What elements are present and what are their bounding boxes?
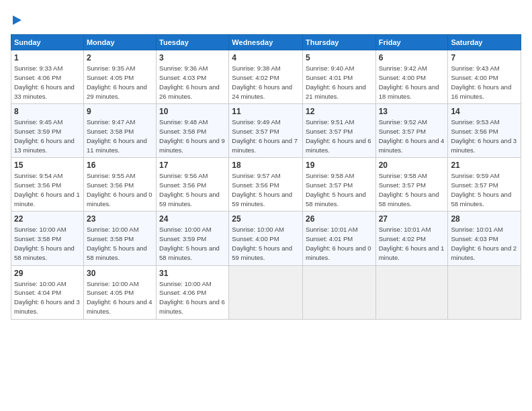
day-number: 27 <box>379 214 445 224</box>
day-info: Sunrise: 10:00 AM Sunset: 4:04 PM Daylig… <box>14 279 81 316</box>
day-info: Sunrise: 10:00 AM Sunset: 4:00 PM Daylig… <box>232 225 300 262</box>
page-container: Sunday Monday Tuesday Wednesday Thursday… <box>0 0 532 325</box>
day-info: Sunrise: 9:51 AM Sunset: 3:57 PM Dayligh… <box>306 118 373 154</box>
week-row-2: 8Sunrise: 9:45 AM Sunset: 3:59 PM Daylig… <box>11 104 521 158</box>
day-cell: 22Sunrise: 10:00 AM Sunset: 3:58 PM Dayl… <box>11 212 84 265</box>
col-tuesday: Tuesday <box>157 35 229 50</box>
day-cell <box>229 265 303 319</box>
day-info: Sunrise: 9:42 AM Sunset: 4:00 PM Dayligh… <box>379 64 445 101</box>
day-number: 26 <box>306 214 373 224</box>
day-number: 16 <box>87 161 153 170</box>
day-number: 9 <box>87 107 153 116</box>
day-cell: 10Sunrise: 9:48 AM Sunset: 3:58 PM Dayli… <box>157 104 229 158</box>
day-info: Sunrise: 9:45 AM Sunset: 3:59 PM Dayligh… <box>14 118 81 154</box>
day-number: 25 <box>232 214 300 224</box>
day-info: Sunrise: 10:00 AM Sunset: 3:58 PM Daylig… <box>87 225 153 262</box>
day-cell: 27Sunrise: 10:01 AM Sunset: 4:02 PM Dayl… <box>375 212 448 265</box>
day-number: 18 <box>232 161 300 170</box>
day-number: 14 <box>451 107 518 116</box>
day-cell: 11Sunrise: 9:49 AM Sunset: 3:57 PM Dayli… <box>229 104 303 158</box>
day-number: 6 <box>379 53 445 62</box>
day-cell: 24Sunrise: 10:00 AM Sunset: 3:59 PM Dayl… <box>157 212 229 265</box>
col-wednesday: Wednesday <box>229 35 303 50</box>
day-info: Sunrise: 9:48 AM Sunset: 3:58 PM Dayligh… <box>159 118 226 154</box>
day-cell: 2Sunrise: 9:35 AM Sunset: 4:05 PM Daylig… <box>83 50 156 104</box>
day-info: Sunrise: 9:33 AM Sunset: 4:06 PM Dayligh… <box>14 64 81 101</box>
col-sunday: Sunday <box>11 35 84 50</box>
day-cell: 29Sunrise: 10:00 AM Sunset: 4:04 PM Dayl… <box>11 265 84 319</box>
day-number: 22 <box>14 214 81 224</box>
logo-line1 <box>11 11 21 28</box>
day-info: Sunrise: 10:00 AM Sunset: 3:59 PM Daylig… <box>159 225 226 262</box>
logo-text-block <box>11 11 21 28</box>
day-cell <box>302 265 375 319</box>
calendar-header: Sunday Monday Tuesday Wednesday Thursday… <box>11 35 521 50</box>
day-info: Sunrise: 9:58 AM Sunset: 3:57 PM Dayligh… <box>306 171 373 208</box>
day-info: Sunrise: 9:38 AM Sunset: 4:02 PM Dayligh… <box>232 64 300 101</box>
week-row-5: 29Sunrise: 10:00 AM Sunset: 4:04 PM Dayl… <box>11 265 521 319</box>
day-info: Sunrise: 10:00 AM Sunset: 4:06 PM Daylig… <box>159 279 226 316</box>
day-cell: 18Sunrise: 9:57 AM Sunset: 3:56 PM Dayli… <box>229 158 303 212</box>
day-cell: 16Sunrise: 9:55 AM Sunset: 3:56 PM Dayli… <box>83 158 156 212</box>
day-number: 1 <box>14 53 81 62</box>
day-cell <box>448 265 521 319</box>
day-number: 28 <box>451 214 518 224</box>
day-info: Sunrise: 9:43 AM Sunset: 4:00 PM Dayligh… <box>451 64 518 101</box>
day-cell: 8Sunrise: 9:45 AM Sunset: 3:59 PM Daylig… <box>11 104 84 158</box>
col-thursday: Thursday <box>302 35 375 50</box>
day-cell: 6Sunrise: 9:42 AM Sunset: 4:00 PM Daylig… <box>375 50 448 104</box>
day-cell: 4Sunrise: 9:38 AM Sunset: 4:02 PM Daylig… <box>229 50 303 104</box>
day-info: Sunrise: 9:56 AM Sunset: 3:56 PM Dayligh… <box>159 171 226 208</box>
day-info: Sunrise: 10:01 AM Sunset: 4:02 PM Daylig… <box>379 225 445 262</box>
day-number: 13 <box>379 107 445 116</box>
day-info: Sunrise: 10:01 AM Sunset: 4:01 PM Daylig… <box>306 225 373 262</box>
calendar-table: Sunday Monday Tuesday Wednesday Thursday… <box>11 34 521 319</box>
day-cell: 7Sunrise: 9:43 AM Sunset: 4:00 PM Daylig… <box>448 50 521 104</box>
day-number: 5 <box>306 53 373 62</box>
day-cell: 28Sunrise: 10:01 AM Sunset: 4:03 PM Dayl… <box>448 212 521 265</box>
day-number: 12 <box>306 107 373 116</box>
week-row-1: 1Sunrise: 9:33 AM Sunset: 4:06 PM Daylig… <box>11 50 521 104</box>
day-info: Sunrise: 9:35 AM Sunset: 4:05 PM Dayligh… <box>87 64 153 101</box>
week-row-3: 15Sunrise: 9:54 AM Sunset: 3:56 PM Dayli… <box>11 158 521 212</box>
day-info: Sunrise: 9:54 AM Sunset: 3:56 PM Dayligh… <box>14 171 81 208</box>
day-info: Sunrise: 9:55 AM Sunset: 3:56 PM Dayligh… <box>87 171 153 208</box>
day-number: 19 <box>306 161 373 170</box>
day-cell <box>375 265 448 319</box>
day-cell: 9Sunrise: 9:47 AM Sunset: 3:58 PM Daylig… <box>83 104 156 158</box>
day-cell: 31Sunrise: 10:00 AM Sunset: 4:06 PM Dayl… <box>157 265 229 319</box>
day-cell: 3Sunrise: 9:36 AM Sunset: 4:03 PM Daylig… <box>157 50 229 104</box>
day-info: Sunrise: 9:36 AM Sunset: 4:03 PM Dayligh… <box>159 64 226 101</box>
day-cell: 1Sunrise: 9:33 AM Sunset: 4:06 PM Daylig… <box>11 50 84 104</box>
day-info: Sunrise: 10:00 AM Sunset: 3:58 PM Daylig… <box>14 225 81 262</box>
day-info: Sunrise: 9:58 AM Sunset: 3:57 PM Dayligh… <box>379 171 445 208</box>
col-friday: Friday <box>375 35 448 50</box>
day-cell: 21Sunrise: 9:59 AM Sunset: 3:57 PM Dayli… <box>448 158 521 212</box>
week-row-4: 22Sunrise: 10:00 AM Sunset: 3:58 PM Dayl… <box>11 212 521 265</box>
day-number: 4 <box>232 53 300 62</box>
day-info: Sunrise: 9:40 AM Sunset: 4:01 PM Dayligh… <box>306 64 373 101</box>
day-cell: 19Sunrise: 9:58 AM Sunset: 3:57 PM Dayli… <box>302 158 375 212</box>
day-cell: 17Sunrise: 9:56 AM Sunset: 3:56 PM Dayli… <box>157 158 229 212</box>
day-info: Sunrise: 9:47 AM Sunset: 3:58 PM Dayligh… <box>87 118 153 154</box>
day-cell: 14Sunrise: 9:53 AM Sunset: 3:56 PM Dayli… <box>448 104 521 158</box>
page-header <box>11 11 521 28</box>
day-info: Sunrise: 9:53 AM Sunset: 3:56 PM Dayligh… <box>451 118 518 154</box>
day-number: 15 <box>14 161 81 170</box>
logo <box>11 11 21 28</box>
day-number: 24 <box>159 214 226 224</box>
day-number: 10 <box>159 107 226 116</box>
day-number: 31 <box>159 269 226 278</box>
day-number: 20 <box>379 161 445 170</box>
day-number: 7 <box>451 53 518 62</box>
day-info: Sunrise: 9:52 AM Sunset: 3:57 PM Dayligh… <box>379 118 445 154</box>
calendar-body: 1Sunrise: 9:33 AM Sunset: 4:06 PM Daylig… <box>11 50 521 319</box>
header-row: Sunday Monday Tuesday Wednesday Thursday… <box>11 35 521 50</box>
day-number: 3 <box>159 53 226 62</box>
day-number: 8 <box>14 107 81 116</box>
day-cell: 12Sunrise: 9:51 AM Sunset: 3:57 PM Dayli… <box>302 104 375 158</box>
day-number: 21 <box>451 161 518 170</box>
day-cell: 15Sunrise: 9:54 AM Sunset: 3:56 PM Dayli… <box>11 158 84 212</box>
day-info: Sunrise: 9:49 AM Sunset: 3:57 PM Dayligh… <box>232 118 300 154</box>
day-cell: 20Sunrise: 9:58 AM Sunset: 3:57 PM Dayli… <box>375 158 448 212</box>
